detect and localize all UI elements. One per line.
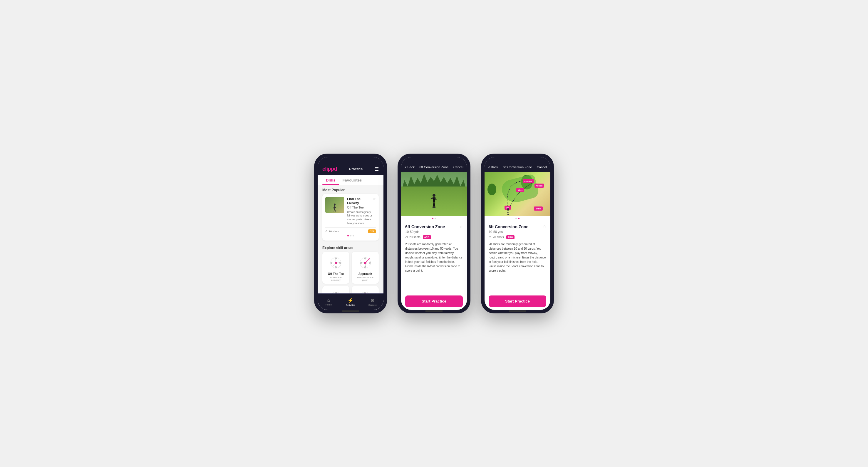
start-practice-button-2[interactable]: Start Practice bbox=[405, 296, 463, 307]
skill-icon-ott bbox=[325, 255, 346, 270]
menu-icon[interactable]: ☰ bbox=[375, 166, 379, 172]
most-popular-label: Most Popular bbox=[318, 185, 383, 194]
featured-card[interactable]: Find The Fairway Off The Tee ☆ Create an… bbox=[322, 194, 379, 240]
svg-point-19 bbox=[369, 262, 371, 264]
drill-title-2: 6ft Conversion Zone bbox=[405, 224, 445, 229]
home-indicator-2 bbox=[425, 310, 443, 312]
clock-icon: ⏱ bbox=[325, 230, 328, 233]
favourite-icon-3[interactable]: ☆ bbox=[543, 224, 546, 229]
detail-meta-2: ⏱ 20 shots ARG bbox=[405, 235, 463, 239]
detail-shots-2: ⏱ 20 shots bbox=[405, 236, 421, 239]
start-practice-button-3[interactable]: Start Practice bbox=[489, 296, 546, 307]
phone-1: clippd Practice ☰ Drills Favourites Most… bbox=[314, 154, 387, 313]
nav-activities[interactable]: ⚡ Activities bbox=[340, 294, 362, 310]
back-button-2[interactable]: < Back bbox=[405, 165, 414, 169]
svg-point-0 bbox=[334, 204, 336, 205]
detail-meta-3: ⏱ 20 shots ARG bbox=[489, 235, 546, 239]
svg-line-5 bbox=[335, 209, 336, 211]
drill-image-2 bbox=[401, 172, 467, 216]
detail-header-title-3: 6ft Conversion Zone bbox=[503, 165, 532, 169]
home-indicator-3 bbox=[508, 310, 526, 312]
favourite-icon[interactable]: ☆ bbox=[373, 197, 376, 201]
svg-text:ROUGH: ROUGH bbox=[536, 185, 542, 187]
card-image bbox=[325, 197, 344, 213]
card-subtitle: Off The Tee bbox=[347, 205, 373, 209]
detail-screen-3: < Back 6ft Conversion Zone Cancel Hit bbox=[485, 157, 550, 310]
slide-dot-3-2 bbox=[518, 218, 520, 219]
explore-label: Explore skill areas bbox=[318, 243, 383, 252]
svg-point-42 bbox=[433, 194, 435, 197]
skill-approach[interactable]: Approach Dial-in to hit the green bbox=[352, 252, 379, 284]
svg-line-14 bbox=[332, 263, 336, 267]
drill-title-3: 6ft Conversion Zone bbox=[489, 224, 528, 229]
clock-icon-3: ⏱ bbox=[489, 236, 492, 239]
svg-point-16 bbox=[364, 258, 366, 259]
home-icon: ⌂ bbox=[327, 298, 330, 303]
detail-content-2: 6ft Conversion Zone 10-50 yds ☆ ⏱ 20 sho… bbox=[401, 221, 467, 293]
skill-ott-title: Off The Tee bbox=[325, 272, 346, 275]
arg-badge-2: ARG bbox=[423, 235, 431, 239]
header-title: Practice bbox=[349, 167, 363, 171]
svg-text:FAIRWAY: FAIRWAY bbox=[525, 180, 532, 182]
slide-dot-1 bbox=[432, 218, 433, 219]
activities-icon: ⚡ bbox=[348, 298, 353, 303]
svg-line-46 bbox=[434, 202, 435, 207]
tab-favourites[interactable]: Favourites bbox=[339, 175, 366, 185]
skill-off-the-tee[interactable]: Off The Tee Power and accuracy bbox=[322, 252, 349, 284]
favourite-icon-2[interactable]: ☆ bbox=[460, 224, 463, 229]
phone-notch bbox=[339, 154, 362, 160]
drill-range-2: 10-50 yds bbox=[405, 230, 445, 234]
detail-description-3: 20 shots are randomly generated at dista… bbox=[489, 242, 546, 273]
slide-dot-3-1 bbox=[516, 218, 517, 219]
home-indicator bbox=[342, 310, 360, 312]
svg-point-9 bbox=[331, 262, 332, 264]
cancel-button-3[interactable]: Cancel bbox=[537, 165, 547, 169]
nav-home-label: Home bbox=[326, 303, 332, 306]
drill-range-3: 10-50 yds bbox=[489, 230, 528, 234]
svg-point-61 bbox=[507, 208, 509, 210]
content-area: Most Popular bbox=[318, 185, 383, 310]
detail-dots-3 bbox=[485, 218, 550, 219]
phone-3: < Back 6ft Conversion Zone Cancel Hit bbox=[481, 154, 554, 313]
card-content: Find The Fairway Off The Tee ☆ Create an… bbox=[347, 197, 376, 225]
detail-shots-3: ⏱ 20 shots bbox=[489, 236, 504, 239]
tab-drills[interactable]: Drills bbox=[322, 175, 339, 185]
phone-2: < Back 6ft Conversion Zone Cancel bbox=[398, 154, 470, 313]
phone-notch-3 bbox=[506, 154, 529, 160]
svg-line-66 bbox=[508, 213, 508, 215]
svg-rect-48 bbox=[434, 207, 435, 208]
nav-activities-label: Activities bbox=[346, 304, 355, 306]
detail-dots-2 bbox=[401, 218, 467, 219]
card-description: Create an imaginary fairway using trees … bbox=[347, 210, 376, 225]
dot-1 bbox=[347, 235, 349, 236]
card-shots: ⏱ 10 shots bbox=[325, 230, 339, 233]
nav-home[interactable]: ⌂ Home bbox=[318, 294, 340, 310]
slide-dot-2 bbox=[435, 218, 436, 219]
bottom-nav: ⌂ Home ⚡ Activities ⊕ Capture bbox=[318, 293, 383, 310]
cancel-button-2[interactable]: Cancel bbox=[454, 165, 463, 169]
phone-notch-2 bbox=[422, 154, 446, 160]
back-button-3[interactable]: < Back bbox=[488, 165, 498, 169]
nav-capture[interactable]: ⊕ Capture bbox=[362, 294, 383, 310]
skill-ott-desc: Power and accuracy bbox=[325, 276, 346, 281]
tabs-row: Drills Favourites bbox=[318, 175, 383, 185]
card-title: Find The Fairway bbox=[347, 197, 373, 205]
ott-badge: OTT bbox=[368, 229, 376, 233]
svg-text:SAND: SAND bbox=[536, 208, 541, 210]
dot-2 bbox=[350, 235, 351, 236]
nav-capture-label: Capture bbox=[368, 304, 376, 306]
arg-badge-3: ARG bbox=[506, 235, 515, 239]
dot-3 bbox=[352, 235, 354, 236]
svg-point-8 bbox=[335, 266, 337, 268]
svg-rect-47 bbox=[433, 207, 434, 208]
capture-icon: ⊕ bbox=[371, 298, 374, 303]
clock-icon-2: ⏱ bbox=[405, 236, 408, 239]
skill-icon-approach bbox=[355, 255, 376, 270]
svg-text:Miss: Miss bbox=[518, 189, 522, 191]
card-footer: ⏱ 10 shots OTT bbox=[325, 227, 376, 233]
skill-approach-title: Approach bbox=[355, 272, 376, 275]
detail-description-2: 20 shots are randomly generated at dista… bbox=[405, 242, 463, 273]
app-logo: clippd bbox=[322, 166, 337, 172]
skill-approach-desc: Dial-in to hit the green bbox=[355, 276, 376, 281]
dot-indicator bbox=[325, 235, 376, 236]
